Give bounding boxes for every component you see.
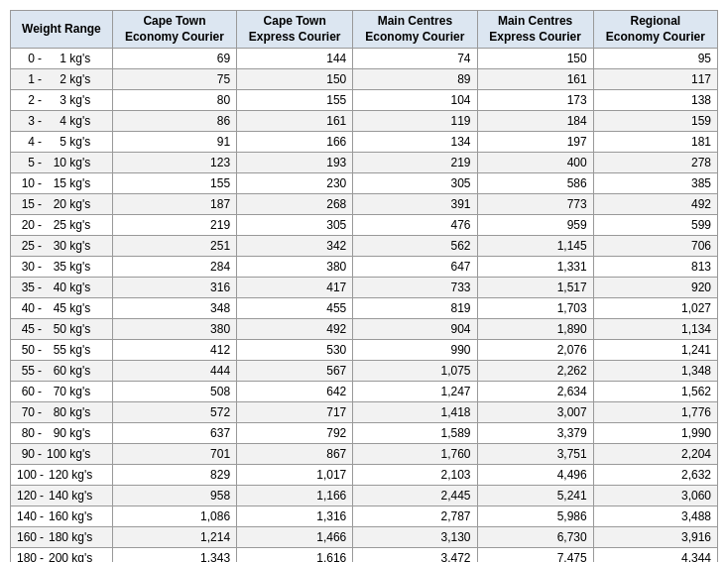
value-col4: 1,145 (477, 236, 593, 257)
value-col4: 4,496 (477, 465, 593, 486)
value-col5: 1,134 (593, 319, 717, 340)
weight-range-cell: 55 - 60 kg's (11, 361, 113, 382)
value-col3: 305 (353, 173, 477, 194)
value-col3: 134 (353, 132, 477, 153)
value-col3: 3,472 (353, 548, 477, 562)
value-col1: 91 (112, 132, 236, 153)
weight-range-cell: 90 - 100 kg's (11, 444, 113, 465)
value-col4: 400 (477, 153, 593, 173)
value-col5: 3,060 (593, 486, 717, 506)
weight-range-cell: 4 - 5 kg's (11, 132, 113, 153)
value-col2: 417 (237, 278, 353, 298)
header-maincentres-express: Main Centres Express Courier (477, 11, 593, 49)
header-capetown-express: Cape Town Express Courier (237, 11, 353, 49)
value-col4: 150 (477, 49, 593, 69)
value-col2: 455 (237, 298, 353, 319)
weight-range-cell: 1 - 2 kg's (11, 69, 113, 90)
table-row: 10 - 15 kg's155230305586385 (11, 173, 718, 194)
value-col5: 1,990 (593, 423, 717, 444)
value-col5: 1,348 (593, 361, 717, 382)
value-col4: 2,262 (477, 361, 593, 382)
value-col5: 706 (593, 236, 717, 257)
header-capetown-economy: Cape Town Economy Courier (112, 11, 236, 49)
value-col2: 492 (237, 319, 353, 340)
table-row: 180 - 200 kg's1,3431,6163,4727,4754,344 (11, 548, 718, 562)
table-row: 160 - 180 kg's1,2141,4663,1306,7303,916 (11, 527, 718, 548)
value-col4: 1,331 (477, 257, 593, 278)
weight-range-cell: 3 - 4 kg's (11, 111, 113, 132)
weight-range-cell: 20 - 25 kg's (11, 215, 113, 236)
value-col1: 1,086 (112, 506, 236, 527)
value-col5: 95 (593, 49, 717, 69)
value-col1: 80 (112, 90, 236, 111)
value-col4: 7,475 (477, 548, 593, 562)
value-col3: 1,589 (353, 423, 477, 444)
value-col2: 717 (237, 402, 353, 423)
weight-range-cell: 60 - 70 kg's (11, 382, 113, 402)
value-col1: 444 (112, 361, 236, 382)
value-col3: 1,247 (353, 382, 477, 402)
weight-range-cell: 40 - 45 kg's (11, 298, 113, 319)
value-col3: 3,130 (353, 527, 477, 548)
value-col5: 813 (593, 257, 717, 278)
value-col2: 1,616 (237, 548, 353, 562)
table-row: 55 - 60 kg's4445671,0752,2621,348 (11, 361, 718, 382)
value-col2: 342 (237, 236, 353, 257)
value-col3: 1,075 (353, 361, 477, 382)
value-col5: 920 (593, 278, 717, 298)
value-col5: 1,776 (593, 402, 717, 423)
value-col2: 166 (237, 132, 353, 153)
value-col1: 316 (112, 278, 236, 298)
value-col1: 958 (112, 486, 236, 506)
value-col4: 197 (477, 132, 593, 153)
value-col2: 161 (237, 111, 353, 132)
value-col4: 2,634 (477, 382, 593, 402)
table-row: 35 - 40 kg's3164177331,517920 (11, 278, 718, 298)
value-col5: 117 (593, 69, 717, 90)
value-col1: 123 (112, 153, 236, 173)
value-col5: 3,488 (593, 506, 717, 527)
value-col2: 792 (237, 423, 353, 444)
value-col2: 1,466 (237, 527, 353, 548)
value-col1: 701 (112, 444, 236, 465)
value-col4: 1,703 (477, 298, 593, 319)
table-row: 25 - 30 kg's2513425621,145706 (11, 236, 718, 257)
header-maincentres-economy: Main Centres Economy Courier (353, 11, 477, 49)
value-col3: 2,445 (353, 486, 477, 506)
value-col1: 69 (112, 49, 236, 69)
table-row: 15 - 20 kg's187268391773492 (11, 194, 718, 215)
value-col3: 1,418 (353, 402, 477, 423)
value-col5: 3,916 (593, 527, 717, 548)
weight-range-cell: 180 - 200 kg's (11, 548, 113, 562)
weight-range-cell: 50 - 55 kg's (11, 340, 113, 361)
value-col4: 3,751 (477, 444, 593, 465)
weight-range-cell: 0 - 1 kg's (11, 49, 113, 69)
value-col1: 412 (112, 340, 236, 361)
value-col2: 193 (237, 153, 353, 173)
value-col1: 572 (112, 402, 236, 423)
value-col3: 647 (353, 257, 477, 278)
weight-range-cell: 5 - 10 kg's (11, 153, 113, 173)
table-row: 120 - 140 kg's9581,1662,4455,2413,060 (11, 486, 718, 506)
table-row: 1 - 2 kg's7515089161117 (11, 69, 718, 90)
value-col1: 86 (112, 111, 236, 132)
table-row: 2 - 3 kg's80155104173138 (11, 90, 718, 111)
value-col1: 219 (112, 215, 236, 236)
weight-range-cell: 70 - 80 kg's (11, 402, 113, 423)
value-col5: 159 (593, 111, 717, 132)
value-col1: 637 (112, 423, 236, 444)
weight-range-cell: 35 - 40 kg's (11, 278, 113, 298)
value-col2: 1,316 (237, 506, 353, 527)
value-col2: 268 (237, 194, 353, 215)
value-col2: 305 (237, 215, 353, 236)
value-col4: 773 (477, 194, 593, 215)
value-col1: 380 (112, 319, 236, 340)
table-row: 30 - 35 kg's2843806471,331813 (11, 257, 718, 278)
value-col3: 476 (353, 215, 477, 236)
value-col3: 990 (353, 340, 477, 361)
value-col5: 599 (593, 215, 717, 236)
value-col3: 1,760 (353, 444, 477, 465)
value-col3: 74 (353, 49, 477, 69)
table-row: 3 - 4 kg's86161119184159 (11, 111, 718, 132)
value-col4: 184 (477, 111, 593, 132)
